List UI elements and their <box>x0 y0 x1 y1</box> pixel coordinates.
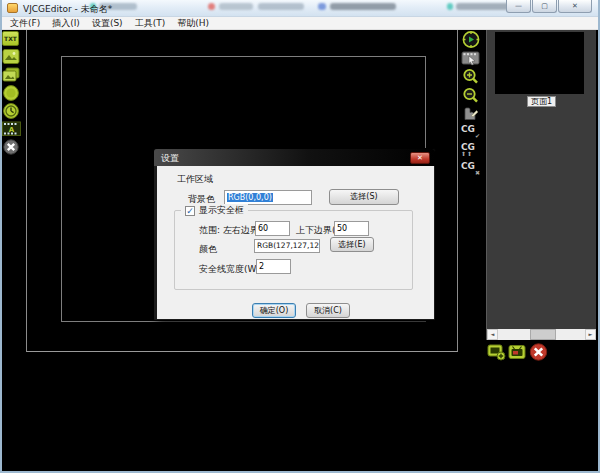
menu-tools[interactable]: 工具(T) <box>129 17 172 29</box>
app-window: VJCGEditor - 未命名* — ▢ ✕ 文件(F) 插入(I) 设置(S… <box>0 0 600 473</box>
pages-horizontal-scrollbar[interactable]: ◄ ► <box>487 329 596 340</box>
cg-upload-icon[interactable]: CG ⬆⬆ <box>461 142 480 158</box>
safe-frame-checkbox[interactable]: ✓ <box>185 206 195 216</box>
safe-frame-checkbox-label: 显示安全框 <box>199 204 244 217</box>
title-bar: VJCGEditor - 未命名* — ▢ ✕ <box>0 0 600 17</box>
image-tool-icon[interactable] <box>2 49 21 65</box>
close-tool-icon[interactable] <box>2 139 21 155</box>
subtitle-a-glyph: A <box>9 126 15 134</box>
page-thumbnail[interactable] <box>495 32 584 94</box>
window-title: VJCGEditor - 未命名* <box>23 3 112 16</box>
maximize-button[interactable]: ▢ <box>532 0 557 13</box>
preview-play-icon[interactable] <box>461 31 480 47</box>
menu-bar: 文件(F) 插入(I) 设置(S) 工具(T) 帮助(H) <box>0 17 600 30</box>
up-arrows-badge-icon: ⬆⬆ <box>461 151 480 157</box>
right-toolbar: CG ✔ CG ⬆⬆ CG ✖ <box>461 31 485 179</box>
clock-tool-icon[interactable] <box>2 103 21 119</box>
subtitle-tool-icon[interactable]: A <box>2 121 21 137</box>
settings-dialog: 设置 ✕ 工作区域 背景色 RGB(0,0,0) 选择(S) ✓ 显示安全框 范… <box>153 148 436 321</box>
line-width-label: 安全线宽度(W) <box>199 263 260 276</box>
glass-blur-decoration <box>219 3 253 10</box>
text-tool-icon[interactable]: TXT <box>2 31 21 47</box>
delete-page-button[interactable] <box>529 343 548 361</box>
safe-frame-checkbox-row[interactable]: ✓ 显示安全框 <box>181 204 248 217</box>
menu-insert[interactable]: 插入(I) <box>46 17 86 29</box>
menu-settings[interactable]: 设置(S) <box>86 17 129 29</box>
app-icon <box>7 3 18 13</box>
workspace: TXT A <box>0 30 600 471</box>
zoom-in-icon[interactable] <box>461 68 480 84</box>
zoom-out-icon[interactable] <box>461 87 480 103</box>
scrollbar-thumb[interactable] <box>530 329 556 340</box>
glass-blur-decoration <box>318 3 326 10</box>
dialog-title-bar: 设置 ✕ <box>154 149 435 166</box>
scrollbar-track[interactable] <box>498 329 585 340</box>
choose-bg-color-button[interactable]: 选择(S) <box>329 189 399 205</box>
color-label: 颜色 <box>199 243 217 256</box>
ink-tool-icon[interactable] <box>461 105 480 121</box>
glass-blur-decoration <box>447 3 453 10</box>
scroll-right-arrow-icon[interactable]: ► <box>585 329 596 340</box>
cg-delete-icon[interactable]: CG ✖ <box>461 161 480 177</box>
ok-button[interactable]: 确定(O) <box>252 303 296 318</box>
safe-frame-color-field[interactable]: RGB(127,127,127) <box>254 239 320 253</box>
screen-page-button[interactable] <box>508 343 527 361</box>
dialog-body: 工作区域 背景色 RGB(0,0,0) 选择(S) ✓ 显示安全框 范围: 左右… <box>157 166 434 319</box>
cg-confirm-icon[interactable]: CG ✔ <box>461 124 480 140</box>
minimize-button[interactable]: — <box>506 0 531 13</box>
left-toolbar: TXT A <box>2 31 24 157</box>
work-area-section-label: 工作区域 <box>177 173 213 186</box>
bg-color-field[interactable]: RGB(0,0,0) <box>224 190 312 205</box>
glass-blur-decoration <box>208 3 215 10</box>
tb-boundary-input[interactable] <box>334 221 369 236</box>
glass-blur-decoration <box>258 3 304 10</box>
glass-blur-decoration <box>330 3 396 10</box>
page-thumbnail-label: 页面1 <box>487 96 596 107</box>
cancel-button[interactable]: 取消(C) <box>306 303 350 318</box>
add-page-button[interactable] <box>487 343 506 361</box>
close-button[interactable]: ✕ <box>558 0 592 13</box>
line-width-input[interactable] <box>256 259 291 274</box>
menu-file[interactable]: 文件(F) <box>4 17 46 29</box>
circle-tool-icon[interactable] <box>2 85 21 101</box>
menu-help[interactable]: 帮助(H) <box>171 17 215 29</box>
choose-frame-color-button[interactable]: 选择(E) <box>330 237 374 252</box>
scroll-left-arrow-icon[interactable]: ◄ <box>487 329 498 340</box>
dialog-title: 设置 <box>161 152 179 165</box>
pages-panel: 页面1 ◄ ► <box>486 30 596 340</box>
page-actions <box>487 343 550 361</box>
image-sequence-tool-icon[interactable] <box>2 67 21 83</box>
lr-boundary-input[interactable] <box>255 221 290 236</box>
film-select-icon[interactable] <box>461 50 480 66</box>
dialog-close-button[interactable]: ✕ <box>410 152 430 164</box>
